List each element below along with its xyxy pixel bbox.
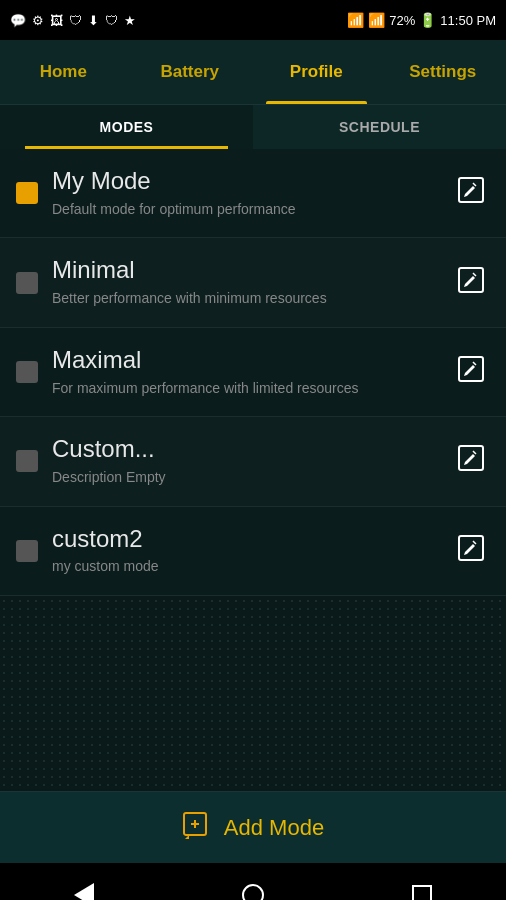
recents-icon <box>412 885 432 900</box>
tab-battery[interactable]: Battery <box>127 40 254 104</box>
add-mode-icon <box>182 809 212 846</box>
mode-list: My Mode Default mode for optimum perform… <box>0 149 506 791</box>
back-button[interactable] <box>54 873 114 900</box>
mode-color-maximal <box>16 361 38 383</box>
status-bar-left: 💬 ⚙ 🖼 🛡 ⬇ 🛡 ★ <box>10 13 136 28</box>
sub-tab-modes[interactable]: MODES <box>0 105 253 149</box>
sub-tab-bar: MODES SCHEDULE <box>0 104 506 149</box>
signal-icon: 📶 <box>368 12 385 28</box>
settings-icon: ⚙ <box>32 13 44 28</box>
edit-icon-custom[interactable] <box>452 439 490 483</box>
recents-button[interactable] <box>392 875 452 900</box>
mode-name-my-mode: My Mode <box>52 167 452 196</box>
back-icon <box>74 883 94 900</box>
mode-desc-custom: Description Empty <box>52 468 452 488</box>
mode-name-custom2: custom2 <box>52 525 452 554</box>
image-icon: 🖼 <box>50 13 63 28</box>
vpn-icon: 🛡 <box>105 13 118 28</box>
wifi-icon: 📶 <box>347 12 364 28</box>
mode-desc-maximal: For maximum performance with limited res… <box>52 379 452 399</box>
mode-name-minimal: Minimal <box>52 256 452 285</box>
shield-icon: 🛡 <box>69 13 82 28</box>
status-bar-right: 📶 📶 72% 🔋 11:50 PM <box>347 12 496 28</box>
message-icon: 💬 <box>10 13 26 28</box>
mode-color-minimal <box>16 272 38 294</box>
edit-icon-my-mode[interactable] <box>452 171 490 215</box>
tab-settings[interactable]: Settings <box>380 40 507 104</box>
add-mode-button[interactable]: Add Mode <box>0 791 506 863</box>
mode-color-my-mode <box>16 182 38 204</box>
mode-name-custom: Custom... <box>52 435 452 464</box>
battery-icon: 🔋 <box>419 12 436 28</box>
add-mode-label: Add Mode <box>224 815 324 841</box>
tab-profile[interactable]: Profile <box>253 40 380 104</box>
edit-icon-custom2[interactable] <box>452 529 490 573</box>
home-icon <box>242 884 264 900</box>
tab-bar: Home Battery Profile Settings <box>0 40 506 104</box>
home-button[interactable] <box>222 874 284 900</box>
status-bar: 💬 ⚙ 🖼 🛡 ⬇ 🛡 ★ 📶 📶 72% 🔋 11:50 PM <box>0 0 506 40</box>
mode-item-maximal[interactable]: Maximal For maximum performance with lim… <box>0 328 506 417</box>
mode-text-maximal: Maximal For maximum performance with lim… <box>52 346 452 398</box>
mode-item-custom2[interactable]: custom2 my custom mode <box>0 507 506 596</box>
mode-item-minimal[interactable]: Minimal Better performance with minimum … <box>0 238 506 327</box>
mode-desc-minimal: Better performance with minimum resource… <box>52 289 452 309</box>
mode-name-maximal: Maximal <box>52 346 452 375</box>
download-icon: ⬇ <box>88 13 99 28</box>
sub-tab-schedule[interactable]: SCHEDULE <box>253 105 506 149</box>
mode-text-custom: Custom... Description Empty <box>52 435 452 487</box>
star-icon: ★ <box>124 13 136 28</box>
mode-color-custom <box>16 450 38 472</box>
mode-text-my-mode: My Mode Default mode for optimum perform… <box>52 167 452 219</box>
edit-icon-minimal[interactable] <box>452 261 490 305</box>
time: 11:50 PM <box>440 13 496 28</box>
mode-item-custom[interactable]: Custom... Description Empty <box>0 417 506 506</box>
mode-desc-my-mode: Default mode for optimum performance <box>52 200 452 220</box>
bottom-nav <box>0 863 506 900</box>
edit-icon-maximal[interactable] <box>452 350 490 394</box>
mode-color-custom2 <box>16 540 38 562</box>
battery-percent: 72% <box>389 13 415 28</box>
mode-text-minimal: Minimal Better performance with minimum … <box>52 256 452 308</box>
mode-text-custom2: custom2 my custom mode <box>52 525 452 577</box>
tab-home[interactable]: Home <box>0 40 127 104</box>
mode-desc-custom2: my custom mode <box>52 557 452 577</box>
mode-item-my-mode[interactable]: My Mode Default mode for optimum perform… <box>0 149 506 238</box>
